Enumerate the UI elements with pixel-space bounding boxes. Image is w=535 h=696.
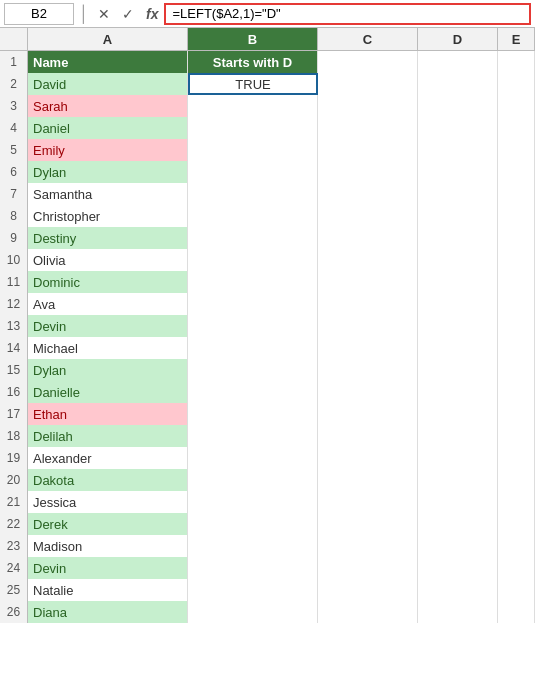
- cell-e[interactable]: [498, 381, 535, 403]
- cell-b[interactable]: Starts with D: [188, 51, 318, 73]
- cell-e[interactable]: [498, 227, 535, 249]
- cell-d[interactable]: [418, 51, 498, 73]
- cell-b[interactable]: [188, 557, 318, 579]
- cell-d[interactable]: [418, 139, 498, 161]
- table-row[interactable]: 10 Olivia: [0, 249, 535, 271]
- table-row[interactable]: 19 Alexander: [0, 447, 535, 469]
- cell-e[interactable]: [498, 161, 535, 183]
- cell-c[interactable]: [318, 95, 418, 117]
- cell-b[interactable]: [188, 293, 318, 315]
- table-row[interactable]: 26 Diana: [0, 601, 535, 623]
- cell-d[interactable]: [418, 403, 498, 425]
- cell-b[interactable]: [188, 271, 318, 293]
- cell-b[interactable]: [188, 447, 318, 469]
- cell-c[interactable]: [318, 293, 418, 315]
- table-row[interactable]: 16 Danielle: [0, 381, 535, 403]
- cell-a[interactable]: Ava: [28, 293, 188, 315]
- table-row[interactable]: 11 Dominic: [0, 271, 535, 293]
- cell-b[interactable]: [188, 337, 318, 359]
- cell-b[interactable]: [188, 425, 318, 447]
- table-row[interactable]: 12 Ava: [0, 293, 535, 315]
- cell-e[interactable]: [498, 403, 535, 425]
- cancel-icon[interactable]: ✕: [94, 4, 114, 24]
- cell-d[interactable]: [418, 337, 498, 359]
- table-row[interactable]: 21 Jessica: [0, 491, 535, 513]
- cell-e[interactable]: [498, 117, 535, 139]
- cell-c[interactable]: [318, 315, 418, 337]
- cell-b[interactable]: [188, 227, 318, 249]
- cell-e[interactable]: [498, 139, 535, 161]
- table-row[interactable]: 6 Dylan: [0, 161, 535, 183]
- table-row[interactable]: 9 Destiny: [0, 227, 535, 249]
- cell-e[interactable]: [498, 337, 535, 359]
- cell-b[interactable]: [188, 535, 318, 557]
- cell-d[interactable]: [418, 359, 498, 381]
- cell-e[interactable]: [498, 95, 535, 117]
- cell-a[interactable]: David: [28, 73, 188, 95]
- cell-d[interactable]: [418, 535, 498, 557]
- cell-c[interactable]: [318, 205, 418, 227]
- table-row[interactable]: 2 David TRUE: [0, 73, 535, 95]
- cell-a[interactable]: Dakota: [28, 469, 188, 491]
- table-row[interactable]: 23 Madison: [0, 535, 535, 557]
- cell-b[interactable]: [188, 117, 318, 139]
- cell-b[interactable]: [188, 359, 318, 381]
- cell-c[interactable]: [318, 425, 418, 447]
- cell-b[interactable]: [188, 249, 318, 271]
- cell-c[interactable]: [318, 161, 418, 183]
- cell-d[interactable]: [418, 491, 498, 513]
- formula-input[interactable]: [164, 3, 531, 25]
- cell-e[interactable]: [498, 315, 535, 337]
- cell-a[interactable]: Daniel: [28, 117, 188, 139]
- cell-e[interactable]: [498, 579, 535, 601]
- cell-c[interactable]: [318, 73, 418, 95]
- cell-c[interactable]: [318, 227, 418, 249]
- cell-d[interactable]: [418, 227, 498, 249]
- cell-e[interactable]: [498, 447, 535, 469]
- cell-b[interactable]: [188, 491, 318, 513]
- table-row[interactable]: 25 Natalie: [0, 579, 535, 601]
- cell-a[interactable]: Name: [28, 51, 188, 73]
- cell-d[interactable]: [418, 579, 498, 601]
- cell-a[interactable]: Michael: [28, 337, 188, 359]
- cell-e[interactable]: [498, 535, 535, 557]
- cell-b[interactable]: [188, 139, 318, 161]
- cell-d[interactable]: [418, 513, 498, 535]
- cell-a[interactable]: Madison: [28, 535, 188, 557]
- cell-e[interactable]: [498, 359, 535, 381]
- table-row[interactable]: 5 Emily: [0, 139, 535, 161]
- cell-c[interactable]: [318, 337, 418, 359]
- cell-a[interactable]: Delilah: [28, 425, 188, 447]
- col-header-e[interactable]: E: [498, 28, 535, 50]
- cell-e[interactable]: [498, 491, 535, 513]
- cell-b[interactable]: TRUE: [188, 73, 318, 95]
- cell-e[interactable]: [498, 469, 535, 491]
- cell-c[interactable]: [318, 447, 418, 469]
- table-row[interactable]: 18 Delilah: [0, 425, 535, 447]
- table-row[interactable]: 22 Derek: [0, 513, 535, 535]
- cell-e[interactable]: [498, 73, 535, 95]
- cell-a[interactable]: Sarah: [28, 95, 188, 117]
- cell-c[interactable]: [318, 491, 418, 513]
- cell-c[interactable]: [318, 403, 418, 425]
- table-row[interactable]: 14 Michael: [0, 337, 535, 359]
- cell-e[interactable]: [498, 205, 535, 227]
- cell-a[interactable]: Diana: [28, 601, 188, 623]
- cell-a[interactable]: Jessica: [28, 491, 188, 513]
- cell-a[interactable]: Dominic: [28, 271, 188, 293]
- cell-b[interactable]: [188, 381, 318, 403]
- table-row[interactable]: 4 Daniel: [0, 117, 535, 139]
- cell-b[interactable]: [188, 469, 318, 491]
- cell-b[interactable]: [188, 205, 318, 227]
- cell-b[interactable]: [188, 601, 318, 623]
- cell-c[interactable]: [318, 535, 418, 557]
- cell-d[interactable]: [418, 205, 498, 227]
- cell-c[interactable]: [318, 139, 418, 161]
- cell-a[interactable]: Ethan: [28, 403, 188, 425]
- cell-d[interactable]: [418, 183, 498, 205]
- cell-b[interactable]: [188, 161, 318, 183]
- cell-e[interactable]: [498, 51, 535, 73]
- cell-c[interactable]: [318, 117, 418, 139]
- cell-e[interactable]: [498, 425, 535, 447]
- table-row[interactable]: 24 Devin: [0, 557, 535, 579]
